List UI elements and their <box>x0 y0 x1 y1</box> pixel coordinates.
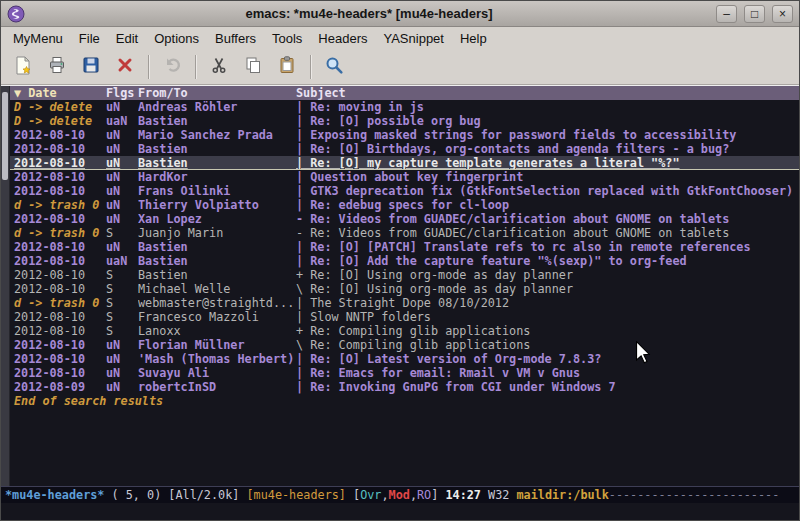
row-flags: uN <box>106 380 138 394</box>
new-file-button[interactable] <box>7 52 39 81</box>
row-date: 2012-08-10 <box>14 170 106 184</box>
message-row[interactable]: 2012-08-10SBastien+ Re: [O] Using org-mo… <box>14 268 799 282</box>
message-row[interactable]: 2012-08-10uNHardKor| Question about key … <box>14 170 799 184</box>
message-row[interactable]: 2012-08-10uNBastien| Re: [O] Birthdays, … <box>14 142 799 156</box>
row-subject: - Re: Videos from GUADEC/clarification a… <box>296 226 799 240</box>
undo-button[interactable] <box>156 52 188 81</box>
toolbar-separator <box>148 55 149 79</box>
row-date: 2012-08-10 <box>14 366 106 380</box>
mode-line[interactable]: *mu4e-headers* ( 5, 0) [All/2.0k] [mu4e-… <box>1 486 799 503</box>
row-date: 2012-08-10 <box>14 128 106 142</box>
copy-button[interactable] <box>237 52 269 81</box>
close-button[interactable]: × <box>772 5 793 23</box>
row-flags: uN <box>106 156 138 169</box>
menu-file[interactable]: File <box>71 29 108 48</box>
row-from: Bastien <box>138 156 296 169</box>
modeline-major-mode: [mu4e-headers] <box>247 488 346 502</box>
row-subject: | Re: [O] my capture template generates … <box>296 156 799 169</box>
row-subject: \ Re: [O] Using org-mode as day planner <box>296 282 799 296</box>
row-flags: uaN <box>106 254 138 268</box>
row-from: Bastien <box>138 268 296 282</box>
row-subject: | Re: Emacs for email: Rmail v VM v Gnus <box>296 366 799 380</box>
message-row[interactable]: 2012-08-10uNFlorian Müllner\ Re: Compili… <box>14 338 799 352</box>
column-header-from[interactable]: From/To <box>138 86 296 100</box>
message-row[interactable]: 2012-08-10SLanoxx+ Re: Compiling glib ap… <box>14 324 799 338</box>
row-from: Lanoxx <box>138 324 296 338</box>
message-row[interactable]: D -> deleteuNAndreas Röhler| Re: moving … <box>14 100 799 114</box>
row-from: Frans Oilinki <box>138 184 296 198</box>
column-header-subject[interactable]: Subject <box>296 86 799 100</box>
column-header-flags[interactable]: Flgs <box>106 86 138 100</box>
print-button[interactable] <box>41 52 73 81</box>
modeline-range: [All/2.0k] <box>168 488 246 502</box>
message-row[interactable]: 2012-08-10uNSuvayu Ali| Re: Emacs for em… <box>14 366 799 380</box>
row-subject: | Re: moving in js <box>296 100 799 114</box>
menu-yasnippet[interactable]: YASnippet <box>375 29 451 48</box>
scrollbar-thumb[interactable] <box>2 92 8 180</box>
echo-area[interactable] <box>1 503 799 520</box>
row-subject: | Re: [O] Add the capture feature "%(sex… <box>296 254 799 268</box>
row-subject: + Re: [O] Using org-mode as day planner <box>296 268 799 282</box>
message-row[interactable]: 2012-08-10uNXan Lopez- Re: Videos from G… <box>14 212 799 226</box>
menu-buffers[interactable]: Buffers <box>207 29 264 48</box>
search-button[interactable] <box>318 52 350 81</box>
row-from: Bastien <box>138 254 296 268</box>
toolbar-separator <box>195 55 196 79</box>
emacs-icon <box>7 5 25 23</box>
message-row[interactable]: d -> trash 0uNThierry Volpiatto| Re: ede… <box>14 198 799 212</box>
message-row-current[interactable]: 2012-08-10uNBastien| Re: [O] my capture … <box>10 156 799 170</box>
row-subject: | Re: edebug specs for cl-loop <box>296 198 799 212</box>
cut-button[interactable] <box>203 52 235 81</box>
row-date: 2012-08-10 <box>14 310 106 324</box>
modeline-clock: 14:27 <box>445 488 481 502</box>
row-subject: | Question about key fingerprint <box>296 170 799 184</box>
modeline-fill: ------------------------ <box>609 488 779 502</box>
message-row[interactable]: 2012-08-10uaNBastien| Re: [O] Add the ca… <box>14 254 799 268</box>
message-row[interactable]: 2012-08-10uNBastien| Re: [O] [PATCH] Tra… <box>14 240 799 254</box>
menu-bar: MyMenuFileEditOptionsBuffersToolsHeaders… <box>1 27 799 49</box>
row-flags: uN <box>106 366 138 380</box>
message-row[interactable]: 2012-08-10uNFrans Oilinki| GTK3 deprecat… <box>14 184 799 198</box>
message-row[interactable]: 2012-08-09uNrobertcInSD| Re: Invoking Gn… <box>14 380 799 394</box>
menu-options[interactable]: Options <box>146 29 207 48</box>
message-row[interactable]: 2012-08-10SMichael Welle\ Re: [O] Using … <box>14 282 799 296</box>
menu-mymenu[interactable]: MyMenu <box>5 29 71 48</box>
message-row[interactable]: 2012-08-10uNMario Sanchez Prada| Exposin… <box>14 128 799 142</box>
row-subject: - Re: Videos from GUADEC/clarification a… <box>296 212 799 226</box>
menu-edit[interactable]: Edit <box>108 29 146 48</box>
row-date: D -> delete <box>14 114 106 128</box>
copy-icon <box>243 55 263 79</box>
row-date: d -> trash 0 <box>14 226 106 240</box>
row-flags: S <box>106 282 138 296</box>
row-from: Mario Sanchez Prada <box>138 128 296 142</box>
scrollbar-track[interactable] <box>1 86 10 486</box>
modeline-mod-flag: Mod <box>389 488 410 502</box>
paste-button[interactable] <box>271 52 303 81</box>
row-flags: S <box>106 226 138 240</box>
row-subject: | Exposing masked strings for password f… <box>296 128 799 142</box>
message-row[interactable]: 2012-08-10SFrancesco Mazzoli| Slow NNTP … <box>14 310 799 324</box>
column-header-date[interactable]: ▼ Date <box>14 86 106 100</box>
modeline-week: W32 <box>481 488 517 502</box>
maximize-button[interactable]: □ <box>744 5 765 23</box>
save-button[interactable] <box>75 52 107 81</box>
row-flags: S <box>106 324 138 338</box>
emacs-window: emacs: *mu4e-headers* [mu4e-headers] – □… <box>0 0 800 521</box>
row-subject: | Slow NNTP folders <box>296 310 799 324</box>
row-subject: | Re: [O] [PATCH] Translate refs to rc a… <box>296 240 799 254</box>
menu-headers[interactable]: Headers <box>310 29 375 48</box>
message-row[interactable]: d -> trash 0Swebmaster@straightd...| The… <box>14 296 799 310</box>
undo-icon <box>162 55 182 79</box>
message-row[interactable]: D -> deleteuaNBastien| Re: [O] possible … <box>14 114 799 128</box>
row-from: Juanjo Marin <box>138 226 296 240</box>
close-button[interactable] <box>109 52 141 81</box>
row-flags: uN <box>106 240 138 254</box>
row-date: 2012-08-10 <box>14 156 106 169</box>
message-list: D -> deleteuNAndreas Röhler| Re: moving … <box>14 100 799 394</box>
menu-tools[interactable]: Tools <box>264 29 310 48</box>
message-row[interactable]: d -> trash 0SJuanjo Marin- Re: Videos fr… <box>14 226 799 240</box>
tool-bar <box>1 49 799 85</box>
minimize-button[interactable]: – <box>716 5 737 23</box>
menu-help[interactable]: Help <box>452 29 495 48</box>
message-row[interactable]: 2012-08-10uN'Mash (Thomas Herbert)| Re: … <box>14 352 799 366</box>
